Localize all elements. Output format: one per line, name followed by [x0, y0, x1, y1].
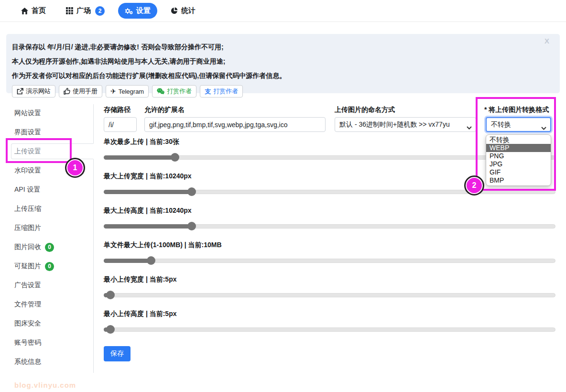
slider-group: 最小上传高度 | 当前:5px	[104, 310, 555, 334]
sidebar-item-水印设置[interactable]: 水印设置	[0, 161, 94, 180]
storage-path-input[interactable]	[104, 117, 137, 132]
slider-label: 单文件最大上传(1-100MB) | 当前:10MB	[104, 241, 555, 250]
sidebar-item-上传设置[interactable]: 上传设置	[0, 142, 94, 161]
slider-fill	[104, 155, 175, 160]
slider-fill	[104, 190, 192, 194]
slider-group: 单文件最大上传(1-100MB) | 当前:10MB	[104, 241, 555, 265]
slider-group: 最小上传宽度 | 当前:5px	[104, 275, 555, 299]
pie-icon	[171, 7, 178, 14]
dropdown-option-JPG[interactable]: JPG	[486, 160, 551, 168]
slider[interactable]	[104, 222, 555, 230]
nav-item-home[interactable]: 首页	[14, 3, 53, 19]
notice-line: 目录保存以 年/月/日/ 递进,非必要请勿修改! 否则会导致部分操作不可用;	[12, 40, 550, 54]
slider[interactable]	[104, 291, 555, 299]
save-button[interactable]: 保存	[104, 346, 131, 361]
sidebar-item-label: 图床安全	[14, 319, 41, 328]
notice-button[interactable]: 支打赏作者	[200, 85, 243, 98]
gears-icon	[125, 8, 133, 14]
nav-item-label: 首页	[32, 6, 46, 15]
nav-badge: 2	[95, 6, 105, 16]
notice-buttons: 演示网站使用手册✈Telegram打赏作者支打赏作者	[12, 85, 550, 98]
watermark: blog.vlinyu.com	[14, 381, 76, 389]
sidebar-item-label: 压缩图片	[14, 224, 41, 232]
sidebar-item-label: 账号密码	[14, 338, 41, 347]
slider-thumb[interactable]	[147, 256, 155, 265]
sidebar-item-压缩图片[interactable]: 压缩图片	[0, 218, 94, 238]
extensions-label: 允许的扩展名	[144, 106, 185, 114]
notice-box: X 目录保存以 年/月/日/ 递进,非必要请勿修改! 否则会导致部分操作不可用;…	[6, 34, 560, 93]
convert-format-dropdown: 不转换WEBPPNGJPGGIFBMP	[486, 134, 551, 186]
sidebar-item-账号密码[interactable]: 账号密码	[0, 333, 94, 352]
count-badge: 0	[45, 243, 54, 252]
slider-track[interactable]	[104, 293, 555, 297]
sidebar-item-label: 可疑图片	[14, 262, 41, 271]
slider[interactable]	[104, 256, 555, 265]
sidebar-item-API 设置[interactable]: API 设置	[0, 180, 94, 199]
plane-icon: ✈	[110, 88, 116, 95]
sidebar-item-上传压缩[interactable]: 上传压缩	[0, 199, 94, 218]
sidebar-item-label: 水印设置	[14, 166, 41, 175]
sidebar-item-图床安全[interactable]: 图床安全	[0, 314, 94, 333]
nav-item-settings[interactable]: 设置	[118, 3, 157, 19]
sidebar-item-广告设置[interactable]: 广告设置	[0, 276, 94, 295]
notice-button-label: Telegram	[119, 88, 144, 95]
extensions-input[interactable]	[144, 117, 326, 132]
slider-thumb[interactable]	[106, 325, 115, 334]
notice-button-label: 演示网站	[26, 87, 51, 96]
convert-format-label: * 将上传图片转换格式	[484, 106, 549, 114]
storage-path-label: 存储路径	[104, 106, 131, 114]
notice-lines: 目录保存以 年/月/日/ 递进,非必要请勿修改! 否则会导致部分操作不可用;本人…	[12, 40, 550, 83]
sidebar-item-界面设置[interactable]: 界面设置	[0, 123, 94, 142]
nav-item-square[interactable]: 广场2	[59, 3, 111, 19]
slider-label: 最小上传高度 | 当前:5px	[104, 310, 555, 318]
nav-item-stats[interactable]: 统计	[164, 3, 202, 19]
notice-button[interactable]: 打赏作者	[152, 85, 196, 98]
chevron-down-icon	[467, 123, 472, 131]
thumbs-up-icon	[64, 88, 70, 95]
naming-select[interactable]: 默认 - 36进制时间+随机数 >> vx77yu	[335, 117, 476, 132]
notice-button[interactable]: 使用手册	[59, 85, 102, 98]
slider-thumb[interactable]	[187, 222, 196, 230]
notice-line: 本人仅为程序开源创作,如遇非法网站使用与本人无关,请勿用于商业用途;	[12, 54, 550, 68]
sidebar-item-系统信息[interactable]: 系统信息	[0, 352, 94, 371]
dropdown-option-GIF[interactable]: GIF	[486, 168, 551, 176]
sidebar-item-文件管理[interactable]: 文件管理	[0, 295, 94, 314]
grid-icon	[66, 7, 73, 14]
nav-item-label: 广场	[76, 6, 91, 15]
naming-select-value: 默认 - 36进制时间+随机数 >> vx77yu	[339, 120, 450, 129]
settings-sidebar: 网站设置界面设置上传设置水印设置API 设置上传压缩压缩图片图片回收0可疑图片0…	[0, 104, 94, 371]
slider-track[interactable]	[104, 327, 555, 332]
sidebar-item-图片回收[interactable]: 图片回收0	[0, 238, 94, 257]
slider-thumb[interactable]	[187, 187, 196, 196]
notice-button[interactable]: 演示网站	[12, 85, 55, 98]
slider[interactable]	[104, 325, 555, 334]
slider-group: 最大上传高度 | 当前:10240px	[104, 207, 555, 230]
dropdown-option-WEBP[interactable]: WEBP	[486, 144, 551, 152]
dropdown-option-不转换[interactable]: 不转换	[486, 136, 551, 144]
external-link-icon	[17, 88, 23, 95]
notice-button[interactable]: ✈Telegram	[106, 85, 149, 98]
close-icon[interactable]: X	[544, 37, 549, 45]
count-badge: 0	[45, 262, 54, 271]
convert-select-value: 不转换	[491, 120, 511, 129]
slider-label: 最大上传高度 | 当前:10240px	[104, 207, 555, 215]
sidebar-item-网站设置[interactable]: 网站设置	[0, 104, 94, 123]
notice-button-label: 打赏作者	[213, 87, 238, 96]
sidebar-item-label: 网站设置	[14, 109, 41, 118]
slider-label: 最小上传宽度 | 当前:5px	[104, 275, 555, 284]
slider-thumb[interactable]	[171, 153, 179, 162]
dropdown-option-BMP[interactable]: BMP	[486, 176, 551, 185]
notice-line: 作为开发者你可以对相应的后台功能进行扩展(增删改相应代码),但请保留代码中源作者…	[12, 68, 550, 83]
slider-fill	[104, 259, 151, 263]
sidebar-item-可疑图片[interactable]: 可疑图片0	[0, 257, 94, 276]
sidebar-item-label: 系统信息	[14, 358, 41, 366]
sidebar-item-label: 界面设置	[14, 128, 41, 137]
slider-fill	[104, 224, 192, 229]
slider-track[interactable]	[104, 259, 555, 263]
nav-item-label: 统计	[181, 6, 196, 15]
convert-format-select[interactable]: 不转换	[486, 117, 551, 132]
home-icon	[21, 8, 28, 14]
dropdown-option-PNG[interactable]: PNG	[486, 152, 551, 160]
slider[interactable]	[104, 187, 555, 196]
slider-thumb[interactable]	[106, 291, 115, 299]
